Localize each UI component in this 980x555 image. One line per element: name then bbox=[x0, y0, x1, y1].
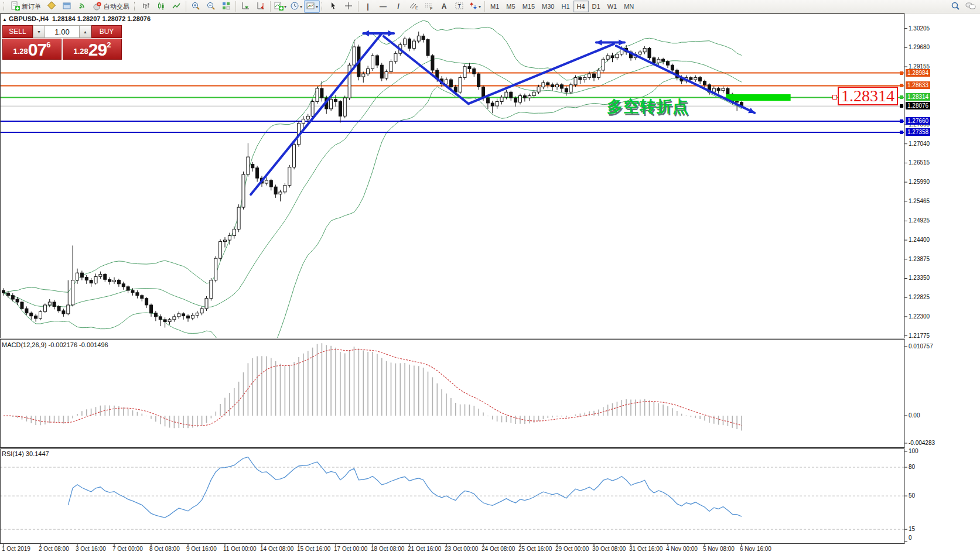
price-tag-label[interactable]: 1.28314 bbox=[838, 87, 898, 105]
cursor-button[interactable] bbox=[326, 0, 341, 13]
chart-canvas[interactable] bbox=[0, 0, 980, 555]
price-line-label: 1.28076 bbox=[906, 102, 930, 109]
arrows-button[interactable]: ▾ bbox=[467, 0, 483, 13]
time-label: 21 Oct 16:00 bbox=[408, 546, 441, 552]
price-tick-label: 1.23350 bbox=[909, 275, 930, 281]
chat-button[interactable] bbox=[963, 0, 978, 13]
timeframe-w1[interactable]: W1 bbox=[604, 1, 621, 12]
symbol-header[interactable]: ▲GBPUSD-,H4 1.28184 1.28207 1.28072 1.28… bbox=[2, 15, 151, 22]
periods-icon bbox=[290, 1, 299, 12]
rsi-tick-label: 80 bbox=[909, 464, 915, 470]
time-label: 30 Oct 08:00 bbox=[592, 546, 626, 552]
price-tick-label: 1.25990 bbox=[909, 179, 930, 185]
auto-scroll-button[interactable] bbox=[238, 0, 253, 13]
sell-price-pip: 6 bbox=[46, 41, 50, 49]
macd-tick-label: 0.010757 bbox=[909, 343, 933, 350]
vertical-line-icon: | bbox=[367, 2, 368, 11]
pane-separator-rsi[interactable] bbox=[0, 447, 904, 449]
macd-tick-label: 0.00 bbox=[909, 412, 920, 419]
chart-shift-button[interactable] bbox=[253, 0, 268, 13]
buy-price-pip: 2 bbox=[107, 41, 111, 49]
candlestick-chart-button[interactable] bbox=[153, 0, 169, 13]
line-chart-icon bbox=[172, 1, 181, 12]
sell-price-display[interactable]: 1.28076 bbox=[2, 39, 62, 60]
time-label: 3 Oct 16:00 bbox=[76, 546, 106, 552]
trendline-icon: / bbox=[397, 2, 399, 11]
timeframe-m30[interactable]: M30 bbox=[538, 1, 558, 12]
periods-button[interactable]: ▾ bbox=[288, 0, 304, 13]
one-click-trading-panel: SELL ▼ ▲ BUY 1.28076 1.28292 bbox=[2, 25, 122, 60]
rsi-tick-label: 50 bbox=[909, 492, 915, 499]
time-label: 14 Oct 08:00 bbox=[260, 546, 293, 552]
timeframe-m1[interactable]: M1 bbox=[487, 1, 503, 12]
timeframe-mn[interactable]: MN bbox=[620, 1, 637, 12]
volume-input[interactable] bbox=[45, 25, 79, 38]
text-button[interactable]: A bbox=[436, 0, 452, 13]
candlestick-chart-icon bbox=[156, 1, 166, 12]
pivot-annotation-text[interactable]: 多空转折点 bbox=[607, 96, 689, 117]
buy-price-display[interactable]: 1.28292 bbox=[63, 39, 122, 60]
timeframe-h4[interactable]: H4 bbox=[573, 1, 589, 12]
buy-button[interactable]: BUY bbox=[91, 25, 122, 38]
volume-decrease-button[interactable]: ▼ bbox=[33, 25, 45, 38]
time-label: 4 Nov 00:00 bbox=[666, 546, 698, 552]
equidistant-channel-button[interactable]: E bbox=[406, 0, 421, 13]
rsi-tick-label: 100 bbox=[909, 448, 918, 454]
price-tick-label: 1.24400 bbox=[909, 237, 930, 243]
price-line-label: 1.27660 bbox=[906, 117, 930, 125]
zoom-in-button[interactable] bbox=[188, 0, 203, 13]
timeframe-m5[interactable]: M5 bbox=[503, 1, 518, 12]
tile-windows-button[interactable] bbox=[218, 0, 234, 13]
time-label: 17 Oct 00:00 bbox=[334, 546, 367, 552]
svg-text:F: F bbox=[430, 6, 432, 11]
crosshair-icon bbox=[344, 1, 353, 12]
time-label: 31 Oct 16:00 bbox=[629, 546, 663, 552]
price-tag-anchor[interactable] bbox=[832, 95, 837, 100]
pane-separator-macd[interactable] bbox=[0, 338, 904, 340]
new-order-button[interactable]: 新订单 bbox=[8, 0, 44, 13]
signals-button[interactable] bbox=[74, 0, 90, 13]
toolbar-drag-handle[interactable] bbox=[322, 2, 324, 11]
search-button[interactable] bbox=[948, 0, 963, 13]
price-line-marker bbox=[900, 131, 903, 134]
auto-scroll-icon bbox=[241, 1, 250, 12]
toolbar-drag-handle[interactable] bbox=[134, 2, 136, 11]
time-label: 18 Oct 08:00 bbox=[371, 546, 404, 552]
tile-windows-icon bbox=[221, 1, 231, 12]
chevron-down-icon: ▾ bbox=[300, 4, 302, 9]
fibonacci-button[interactable]: F bbox=[421, 0, 436, 13]
price-tick-label: 1.25465 bbox=[909, 198, 930, 204]
sell-price-prefix: 1.28 bbox=[13, 44, 28, 59]
timeframe-m15[interactable]: M15 bbox=[519, 1, 538, 12]
chevron-down-icon: ▾ bbox=[316, 4, 318, 9]
collapse-icon[interactable]: ▲ bbox=[2, 17, 7, 22]
svg-text:T: T bbox=[458, 3, 462, 9]
text-label-button[interactable]: T bbox=[452, 0, 467, 13]
trendline-button[interactable]: / bbox=[391, 0, 406, 13]
timeframe-group: M1M5M15M30H1H4D1W1MN bbox=[487, 1, 637, 12]
indicators-button[interactable]: ▾ bbox=[272, 0, 288, 13]
crosshair-button[interactable] bbox=[341, 0, 356, 13]
price-tick-label: 1.27040 bbox=[909, 141, 930, 147]
line-chart-button[interactable] bbox=[169, 0, 184, 13]
price-line-label: 1.28984 bbox=[906, 69, 930, 77]
price-line-marker bbox=[900, 95, 903, 99]
data-window-button[interactable] bbox=[59, 0, 74, 13]
bar-chart-button[interactable] bbox=[138, 0, 153, 13]
time-label: 9 Oct 16:00 bbox=[186, 546, 217, 552]
zoom-out-button[interactable] bbox=[203, 0, 218, 13]
time-label: 11 Oct 00:00 bbox=[223, 546, 257, 552]
horizontal-line-button[interactable]: — bbox=[375, 0, 391, 13]
new-order-icon bbox=[11, 1, 20, 12]
chart-shift-icon bbox=[256, 1, 265, 12]
timeframe-d1[interactable]: D1 bbox=[589, 1, 604, 12]
charts-button[interactable] bbox=[44, 0, 59, 13]
toolbar-drag-handle[interactable] bbox=[4, 2, 6, 11]
chevron-down-icon: ▾ bbox=[479, 4, 481, 9]
templates-button[interactable]: ▾ bbox=[304, 0, 320, 13]
autotrading-button[interactable]: 自动交易 bbox=[90, 0, 132, 13]
sell-button[interactable]: SELL bbox=[2, 25, 33, 38]
vertical-line-button[interactable]: | bbox=[360, 0, 375, 13]
timeframe-h1[interactable]: H1 bbox=[558, 1, 573, 12]
volume-increase-button[interactable]: ▲ bbox=[79, 25, 91, 38]
